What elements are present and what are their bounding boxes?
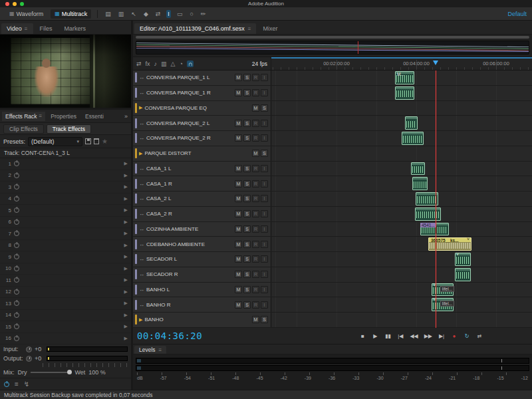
rack-power-icon[interactable] <box>4 382 9 387</box>
audio-clip[interactable]: ˅366575__ks... <box>428 237 471 251</box>
track-header[interactable]: ▶PARQUE DISTORTMS <box>133 146 271 161</box>
mute-button[interactable]: M <box>252 104 259 112</box>
video-preview[interactable] <box>0 35 131 110</box>
workspace-menu[interactable]: Default <box>507 11 527 17</box>
arm-record-button[interactable]: R <box>252 89 259 96</box>
audio-clip[interactable]: 4541... <box>420 223 449 236</box>
arm-record-button[interactable]: R <box>252 134 259 142</box>
audio-clip[interactable] <box>455 268 471 281</box>
track-lane[interactable] <box>271 267 532 282</box>
power-icon[interactable] <box>14 289 19 295</box>
arm-record-button[interactable]: R <box>252 180 259 188</box>
play-button[interactable]: ▶ <box>372 333 378 339</box>
session-overview[interactable] <box>133 35 532 57</box>
power-icon[interactable] <box>14 336 19 341</box>
track-header[interactable]: ↔BANHO RMSRI <box>133 297 271 312</box>
solo-button[interactable]: S <box>261 150 268 157</box>
power-icon[interactable] <box>14 184 19 190</box>
arm-record-button[interactable]: R <box>252 286 259 293</box>
panel-menu-icon[interactable]: ≡ <box>248 26 251 32</box>
mute-button[interactable]: M <box>235 120 242 127</box>
slot-arrow-icon[interactable]: ▶ <box>124 184 128 190</box>
monitor-input-button[interactable]: I <box>261 180 268 188</box>
mute-button[interactable]: M <box>235 255 242 263</box>
track-lane[interactable] <box>271 116 532 130</box>
effect-slot[interactable]: 13▶ <box>0 298 131 310</box>
playhead-line[interactable] <box>436 70 436 328</box>
slot-arrow-icon[interactable]: ▶ <box>124 173 128 178</box>
track-lane[interactable] <box>271 162 532 176</box>
mute-button[interactable]: M <box>235 195 242 202</box>
power-icon[interactable] <box>14 254 19 259</box>
effect-slot[interactable]: 11▶ <box>0 275 131 287</box>
mute-button[interactable]: M <box>235 74 242 81</box>
slot-arrow-icon[interactable]: ▶ <box>124 313 128 318</box>
arm-record-button[interactable]: R <box>252 195 259 202</box>
track-lane[interactable] <box>271 131 532 146</box>
track-header[interactable]: ↔SECADOR RMSRI <box>133 267 271 282</box>
track-header[interactable]: ↔CASA_1 RMSRI <box>133 176 271 191</box>
power-icon[interactable] <box>14 207 19 213</box>
overview-range-bar[interactable] <box>136 36 529 39</box>
audio-clip[interactable] <box>416 192 438 205</box>
track-name[interactable]: CONVERSA PARQUE_1 L <box>146 74 233 80</box>
track-name[interactable]: CONVERSA PARQUE EQ <box>144 105 250 111</box>
slot-arrow-icon[interactable]: ▶ <box>124 336 128 341</box>
track-lane[interactable]: 4541... <box>271 222 532 237</box>
solo-button[interactable]: S <box>243 165 251 172</box>
zoom-window-button[interactable] <box>20 2 24 6</box>
track-header[interactable]: ↔CASA_1 LMSRI <box>133 162 271 176</box>
tab-levels[interactable]: Levels ≡ <box>134 346 166 354</box>
arm-record-button[interactable]: R <box>252 271 259 278</box>
effect-slot[interactable]: 8▶ <box>0 240 131 252</box>
skip-selection-button[interactable]: ⇄ <box>476 333 483 339</box>
effect-slot[interactable]: 7▶ <box>0 228 131 240</box>
effect-slot[interactable]: 15▶ <box>0 321 131 333</box>
mute-button[interactable]: M <box>235 165 242 172</box>
audio-clip[interactable] <box>395 86 414 100</box>
arm-record-button[interactable]: R <box>252 255 259 263</box>
arm-record-button[interactable]: R <box>252 225 259 233</box>
snap-icon[interactable]: ∩ <box>187 61 194 67</box>
favorite-star-icon[interactable]: ★ <box>102 138 108 145</box>
time-selection-tool-icon[interactable]: I <box>166 10 171 18</box>
loop-button[interactable]: ↻ <box>464 333 470 339</box>
multitrack-view-button[interactable]: ▦ Multitrack <box>51 9 91 19</box>
close-window-button[interactable] <box>5 2 9 6</box>
panel-menu-icon[interactable]: ≡ <box>159 347 162 353</box>
mix-slider[interactable] <box>31 372 72 373</box>
pause-button[interactable]: ▮▮ <box>384 333 391 339</box>
track-name[interactable]: BANHO R <box>146 302 233 308</box>
track-header[interactable]: ▶BANHOMS <box>133 313 271 327</box>
track-header[interactable]: ↔SECADOR LMSRI <box>133 252 271 267</box>
tab-editor-session[interactable]: Editor: A010_10111309_C046.omf.sesx ≡ <box>134 23 256 34</box>
arm-record-button[interactable]: R <box>252 301 259 309</box>
razor-tool-icon[interactable]: ◆ <box>142 10 150 18</box>
track-name[interactable]: SECADOR R <box>146 271 233 277</box>
solo-button[interactable]: S <box>243 225 251 233</box>
track-header[interactable]: ↔CASA_2 RMSRI <box>133 207 271 221</box>
effect-slot[interactable]: 9▶ <box>0 251 131 263</box>
solo-button[interactable]: S <box>261 104 268 112</box>
chevron-down-icon[interactable]: ˅ <box>467 237 469 241</box>
slot-arrow-icon[interactable]: ▶ <box>124 289 128 295</box>
slot-arrow-icon[interactable]: ▶ <box>124 243 128 248</box>
power-icon[interactable] <box>14 313 19 318</box>
solo-button[interactable]: S <box>243 195 251 202</box>
tab-mixer[interactable]: Mixer <box>257 23 283 34</box>
track-header[interactable]: ↔CONVERSA PARQUE_2 RMSRI <box>133 131 271 146</box>
mute-button[interactable]: M <box>235 301 242 309</box>
save-preset-icon[interactable] <box>85 138 91 144</box>
audio-clip[interactable]: M... <box>395 71 414 84</box>
metronome-icon[interactable]: ♪ <box>154 61 158 67</box>
track-lane[interactable]: ˅ <box>271 252 532 267</box>
playhead-caret[interactable] <box>433 61 438 65</box>
panel-right-icon[interactable]: ▥ <box>117 10 126 18</box>
audio-clip[interactable] <box>411 162 425 176</box>
track-lane[interactable]: ˅lifel... <box>271 283 532 297</box>
time-ruler[interactable]: 00:02:00:0000:04:00:0000:06:00:00 <box>271 57 532 70</box>
power-icon[interactable] <box>14 277 19 283</box>
mute-button[interactable]: M <box>252 316 259 323</box>
tab-files[interactable]: Files <box>35 23 58 34</box>
track-name[interactable]: CASA_1 L <box>146 166 233 172</box>
